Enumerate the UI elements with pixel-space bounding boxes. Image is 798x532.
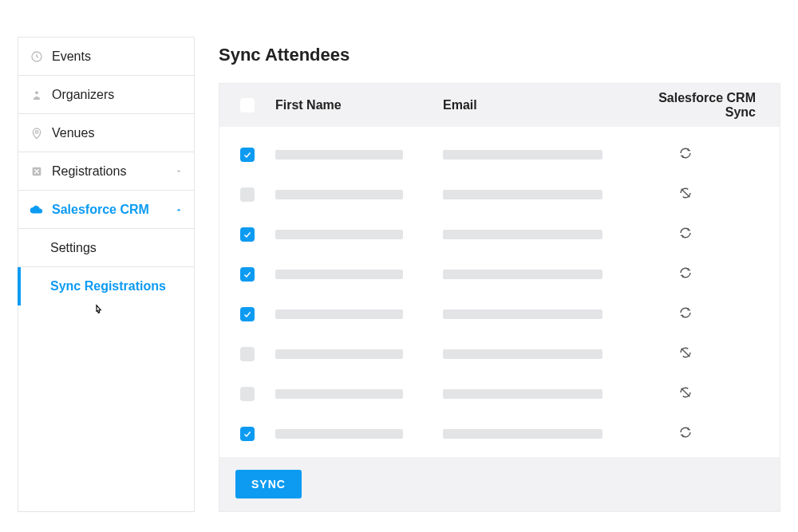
table-row — [219, 254, 780, 294]
panel-footer: SYNC — [219, 457, 780, 511]
chevron-up-icon — [175, 203, 183, 217]
first-name-placeholder — [275, 349, 403, 359]
first-name-placeholder — [275, 429, 403, 439]
svg-line-6 — [681, 388, 690, 397]
sidebar-item-events[interactable]: Events — [18, 37, 194, 76]
sidebar-item-label: Organizers — [52, 88, 114, 102]
sync-icon[interactable] — [679, 306, 692, 322]
column-header-first-name: First Name — [275, 98, 443, 112]
row-checkbox[interactable] — [240, 148, 255, 162]
svg-point-2 — [35, 131, 38, 133]
row-checkbox[interactable] — [240, 347, 255, 361]
email-placeholder — [443, 389, 602, 399]
row-checkbox[interactable] — [240, 187, 255, 202]
attendees-panel: First Name Email Salesforce CRM Sync SYN… — [219, 83, 780, 512]
user-icon — [30, 88, 44, 102]
sync-icon[interactable] — [679, 266, 692, 282]
sidebar-item-label: Venues — [52, 126, 94, 140]
sync-icon[interactable] — [679, 426, 692, 442]
table-row — [219, 374, 780, 414]
email-placeholder — [443, 270, 602, 279]
svg-line-4 — [681, 189, 690, 198]
table-row — [219, 294, 780, 334]
sidebar-item-label: Registrations — [52, 164, 126, 179]
sync-disabled-icon[interactable] — [679, 346, 692, 362]
column-header-email: Email — [443, 98, 634, 112]
table-row — [219, 135, 780, 175]
sidebar-item-organizers[interactable]: Organizers — [18, 76, 194, 114]
main-content: Sync Attendees First Name Email Salesfor… — [219, 37, 780, 512]
sidebar-item-label: Events — [52, 49, 91, 64]
first-name-placeholder — [275, 389, 403, 399]
first-name-placeholder — [275, 150, 403, 160]
email-placeholder — [443, 349, 602, 359]
first-name-placeholder — [275, 190, 403, 199]
table-row — [219, 215, 780, 254]
sidebar-item-venues[interactable]: Venues — [18, 114, 194, 152]
sidebar-item-salesforce-crm[interactable]: Salesforce CRM — [18, 191, 194, 229]
row-checkbox[interactable] — [240, 227, 255, 242]
tag-icon — [30, 164, 44, 179]
cloud-icon — [30, 203, 44, 217]
table-row — [219, 414, 780, 454]
sync-disabled-icon[interactable] — [679, 187, 692, 203]
row-checkbox[interactable] — [240, 427, 255, 441]
table-body — [219, 127, 780, 457]
pin-icon — [30, 126, 44, 140]
sidebar-subitem-label: Sync Registrations — [50, 279, 166, 294]
first-name-placeholder — [275, 270, 403, 279]
sync-icon[interactable] — [679, 147, 692, 163]
sync-icon[interactable] — [679, 227, 692, 242]
first-name-placeholder — [275, 309, 403, 319]
calendar-icon — [30, 49, 44, 64]
sync-disabled-icon[interactable] — [679, 386, 692, 402]
sidebar-subitem-settings[interactable]: Settings — [18, 229, 194, 267]
sidebar-item-registrations[interactable]: Registrations — [18, 152, 194, 191]
row-checkbox[interactable] — [240, 387, 255, 401]
svg-line-5 — [681, 349, 690, 357]
svg-point-1 — [35, 91, 38, 94]
email-placeholder — [443, 150, 602, 160]
email-placeholder — [443, 190, 602, 199]
page-title: Sync Attendees — [219, 45, 780, 65]
column-header-sync: Salesforce CRM Sync — [634, 91, 780, 120]
table-row — [219, 334, 780, 374]
table-row — [219, 175, 780, 215]
first-name-placeholder — [275, 230, 403, 239]
row-checkbox[interactable] — [240, 307, 255, 321]
row-checkbox[interactable] — [240, 267, 255, 282]
email-placeholder — [443, 230, 602, 239]
email-placeholder — [443, 429, 602, 439]
sidebar-nav: Events Organizers Venues Registrations — [18, 37, 195, 512]
email-placeholder — [443, 309, 602, 319]
chevron-down-icon — [175, 164, 183, 179]
sidebar-subitem-label: Settings — [50, 241, 97, 255]
sync-button[interactable]: SYNC — [235, 470, 302, 499]
sidebar-item-label: Salesforce CRM — [52, 203, 149, 217]
table-header: First Name Email Salesforce CRM Sync — [219, 84, 780, 127]
select-all-checkbox[interactable] — [240, 98, 255, 112]
sidebar-subitem-sync-registrations[interactable]: Sync Registrations — [18, 267, 194, 305]
